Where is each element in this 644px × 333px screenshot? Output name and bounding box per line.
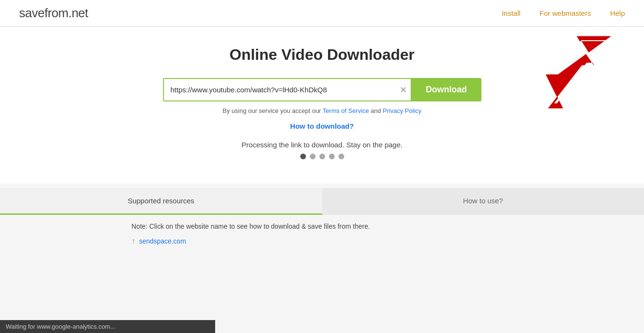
- tab-how-to-use[interactable]: How to use?: [322, 188, 644, 215]
- nav-install[interactable]: Install: [502, 9, 520, 17]
- header: savefrom.net Install For webmasters Help: [0, 0, 644, 27]
- arrow-annotation: [520, 32, 615, 115]
- logo: savefrom.net: [19, 6, 88, 21]
- clear-button[interactable]: ✕: [400, 86, 407, 94]
- hero-section: Online Video Downloader ✕ Download By us…: [0, 27, 644, 183]
- note-text: Note: Click on the website name to see h…: [131, 222, 513, 230]
- dot-3: [319, 154, 325, 159]
- sendspace-link[interactable]: sendspace.com: [139, 237, 186, 245]
- url-input[interactable]: [163, 78, 412, 101]
- download-button[interactable]: Download: [412, 78, 481, 101]
- tabs-bar: Supported resources How to use?: [0, 188, 644, 215]
- how-to-download-link[interactable]: How to download?: [290, 122, 354, 130]
- page-title: Online Video Downloader: [10, 46, 634, 64]
- privacy-policy-link[interactable]: Privacy Policy: [383, 107, 422, 114]
- resource-item: ↑ sendspace.com: [131, 237, 513, 245]
- nav: Install For webmasters Help: [502, 9, 625, 17]
- tabs-section: Supported resources How to use? Note: Cl…: [0, 188, 644, 253]
- upload-icon: ↑: [131, 237, 135, 245]
- nav-help[interactable]: Help: [610, 9, 625, 17]
- status-bar: Waiting for www.google-analytics.com...: [0, 320, 215, 333]
- dot-5: [338, 154, 344, 159]
- processing-text: Processing the link to download. Stay on…: [10, 141, 634, 149]
- tab-supported-resources[interactable]: Supported resources: [0, 188, 322, 215]
- dot-2: [310, 154, 316, 159]
- loading-dots: [10, 154, 634, 159]
- terms-text: By using our service you accept our Term…: [10, 107, 634, 114]
- terms-of-service-link[interactable]: Terms of Service: [323, 107, 369, 114]
- search-area: ✕ Download: [10, 78, 634, 101]
- nav-webmasters[interactable]: For webmasters: [540, 9, 591, 17]
- dot-4: [329, 154, 335, 159]
- url-input-wrapper: ✕: [163, 78, 412, 101]
- dot-1: [300, 154, 306, 159]
- tab-content: Note: Click on the website name to see h…: [0, 215, 644, 253]
